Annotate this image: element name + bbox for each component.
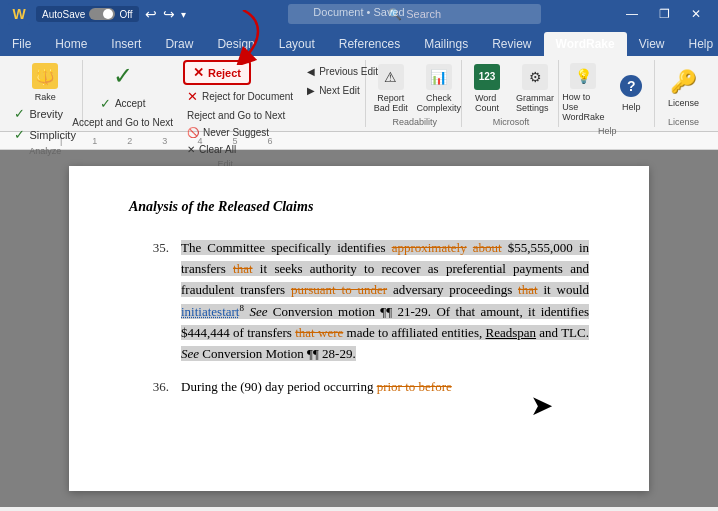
word-count-icon: 123: [473, 63, 501, 91]
group-edit: ✓ ✓ Accept Accept and Go to Next: [85, 60, 366, 127]
never-suggest-button[interactable]: 🚫 Never Suggest: [183, 125, 273, 140]
paragraph-36: 36. During the (90) day period occurring…: [129, 377, 589, 398]
check-complexity-label: Check Complexity: [416, 93, 461, 113]
help-icon: ?: [617, 72, 645, 100]
microsoft-content: 123 WordCount ⚙ GrammarSettings: [465, 60, 557, 115]
rake-icon: 🔱: [31, 62, 59, 90]
prev-edit-icon: ◀: [307, 66, 315, 77]
help-label: Help: [622, 102, 641, 112]
para-36-start: During the (90) day period occurring: [181, 379, 377, 394]
word-count-button[interactable]: 123 WordCount: [465, 61, 509, 115]
accept-button[interactable]: ✓: [97, 60, 149, 92]
readability-content: ⚠ Report Bad Edit 📊 Check Complexity: [369, 60, 461, 115]
title-bar: W AutoSave Off ↩ ↪ ▾ 🔍 Search Document •…: [0, 0, 718, 28]
accept-icon: ✓: [109, 62, 137, 90]
report-bad-edit-button[interactable]: ⚠ Report Bad Edit: [369, 61, 413, 115]
how-to-icon: 💡: [569, 62, 597, 90]
license-group-label: License: [668, 115, 699, 127]
see-italic: See: [249, 304, 267, 319]
tab-view[interactable]: View: [627, 32, 677, 56]
minimize-button[interactable]: —: [618, 0, 646, 28]
rake-button[interactable]: 🔱 Rake: [23, 60, 67, 104]
next-edit-label: Next Edit: [319, 85, 360, 96]
grammar-settings-label: GrammarSettings: [516, 93, 554, 113]
strikethrough-about: about: [473, 240, 502, 255]
close-button[interactable]: ✕: [682, 0, 710, 28]
check-complexity-button[interactable]: 📊 Check Complexity: [417, 61, 461, 115]
highlighted-region: The Committee specifically identifies ap…: [181, 240, 589, 360]
tab-draw[interactable]: Draw: [153, 32, 205, 56]
document-page: Analysis of the Released Claims 35. The …: [69, 166, 649, 491]
para-36-num: 36.: [129, 377, 169, 398]
filename: Document • Saved: [313, 6, 404, 18]
accept-small-button[interactable]: ✓ Accept: [96, 94, 150, 113]
autosave-toggle[interactable]: [89, 8, 115, 20]
license-content: 🔑 License: [662, 60, 706, 115]
title-bar-controls: — ❐ ✕: [618, 0, 710, 28]
redo-icon[interactable]: ↪: [163, 6, 175, 22]
doc-title-bar: 🔍 Search: [211, 4, 618, 24]
tab-mailings[interactable]: Mailings: [412, 32, 480, 56]
grammar-settings-button[interactable]: ⚙ GrammarSettings: [513, 61, 557, 115]
tab-wordrake[interactable]: WordRake: [544, 32, 627, 56]
strikethrough-that-2: that: [518, 282, 538, 297]
group-microsoft: 123 WordCount ⚙ GrammarSettings Microsof…: [464, 60, 558, 127]
reject-go-label: Reject and Go to Next: [187, 110, 285, 121]
accept-check-icon: ✓: [100, 96, 111, 111]
title-bar-left: W AutoSave Off ↩ ↪ ▾: [8, 3, 211, 25]
simplicity-check-icon: ✓: [14, 127, 25, 142]
see-italic-2: See: [181, 346, 199, 361]
report-bad-edit-label: Report Bad Edit: [371, 93, 411, 113]
brevity-label: Brevity: [29, 108, 63, 120]
complexity-icon: 📊: [425, 63, 453, 91]
reject-doc-label: Reject for Document: [202, 91, 293, 102]
help-button[interactable]: ? Help: [609, 70, 653, 114]
strikethrough-that-1: that: [233, 261, 253, 276]
tab-design[interactable]: Design: [205, 32, 266, 56]
reject-for-doc-button[interactable]: ✕ Reject for Document: [183, 87, 297, 106]
reject-label: Reject: [208, 67, 241, 79]
how-to-button[interactable]: 💡 How to UseWordRake: [561, 60, 605, 124]
undo-icon[interactable]: ↩: [145, 6, 157, 22]
quick-access-icon[interactable]: ▾: [181, 9, 186, 20]
license-icon: 🔑: [670, 68, 698, 96]
analyze-label: Analyze: [29, 144, 61, 156]
reject-go-button[interactable]: Reject and Go to Next: [183, 108, 289, 123]
tab-file[interactable]: File: [0, 32, 43, 56]
tab-help[interactable]: Help: [676, 32, 718, 56]
strikethrough-that-were: that were: [295, 325, 343, 340]
license-button[interactable]: 🔑 License: [662, 66, 706, 110]
help-group-label: Help: [598, 124, 617, 136]
tab-review[interactable]: Review: [480, 32, 543, 56]
autosave-label: AutoSave: [42, 9, 85, 20]
never-suggest-icon: 🚫: [187, 127, 199, 138]
reject-button[interactable]: ✕ Reject: [183, 60, 251, 85]
reject-button-wrapper: ✕ Reject: [183, 60, 251, 85]
search-placeholder[interactable]: Search: [406, 8, 441, 20]
autosave-off-label: Off: [119, 9, 132, 20]
clear-all-button[interactable]: ✕ Clear All: [183, 142, 240, 157]
readability-label: Readability: [392, 115, 437, 127]
tab-insert[interactable]: Insert: [99, 32, 153, 56]
help-content: 💡 How to UseWordRake ? Help: [561, 60, 653, 124]
reject-doc-icon: ✕: [187, 89, 198, 104]
ribbon-content: 🔱 Rake ✓ Brevity ✓ Simplicity Analyze: [0, 56, 718, 132]
doc-heading: Analysis of the Released Claims: [129, 196, 589, 218]
group-help: 💡 How to UseWordRake ? Help Help: [561, 60, 655, 127]
license-label: License: [668, 98, 699, 108]
group-license: 🔑 License License: [657, 60, 710, 127]
restore-button[interactable]: ❐: [650, 0, 678, 28]
tab-references[interactable]: References: [327, 32, 412, 56]
strikethrough-approximately: approximately: [392, 240, 467, 255]
microsoft-label: Microsoft: [493, 115, 530, 127]
autosave-badge: AutoSave Off: [36, 6, 139, 22]
how-to-label: How to UseWordRake: [562, 92, 604, 122]
grammar-icon: ⚙: [521, 63, 549, 91]
tab-layout[interactable]: Layout: [267, 32, 327, 56]
footnote-8: 8: [239, 303, 244, 313]
accept-go-label: Accept and Go to Next: [72, 117, 173, 128]
tab-home[interactable]: Home: [43, 32, 99, 56]
accept-go-button[interactable]: Accept and Go to Next: [68, 115, 177, 130]
rake-label: Rake: [35, 92, 56, 102]
clear-all-icon: ✕: [187, 144, 195, 155]
